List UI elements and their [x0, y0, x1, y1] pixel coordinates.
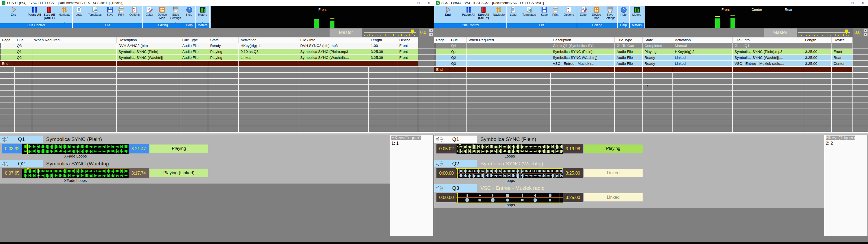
load-icon	[509, 6, 517, 13]
playhead-marker[interactable]	[457, 193, 458, 203]
toolbar-button-label: Navigate	[493, 13, 504, 17]
cue-row-q2[interactable]: Q2Symbolica SYNC (Wachtrij)Audio FilePla…	[0, 55, 434, 61]
level-meter-bar	[715, 19, 720, 28]
waveform-display[interactable]	[457, 193, 563, 203]
fader-tick	[817, 35, 817, 36]
playhead-marker[interactable]	[457, 169, 458, 178]
minimize-button[interactable]: —	[837, 0, 847, 6]
dropdown-arrow-icon[interactable]: ▼	[57, 21, 72, 23]
spinner-down-button[interactable]: ▼	[863, 33, 868, 36]
dropdown-arrow-icon[interactable]: ▼	[539, 21, 550, 23]
dropdown-arrow-icon[interactable]: ▼	[491, 21, 506, 23]
waveform-display[interactable]	[22, 144, 129, 154]
dropdown-arrow-icon[interactable]: ▼	[168, 21, 183, 23]
toolbar-button-save-settings[interactable]: Save Settings▼	[603, 6, 617, 23]
fader-thumb[interactable]	[411, 30, 414, 34]
toolbar-button-end[interactable]: End	[434, 6, 461, 23]
column-header-device: Device	[832, 37, 852, 43]
cue-row-q3[interactable]: Q3DVH SYNC2 (bib)Audio FileReadyHKey(tri…	[0, 43, 434, 49]
toolbar-button-options[interactable]: Options	[127, 6, 143, 23]
table-gutter	[852, 61, 868, 66]
toolbar-button-device-map[interactable]: Device Map	[590, 6, 603, 23]
toolbar-button-save[interactable]: Save▼	[539, 6, 550, 23]
close-button[interactable]: ×	[424, 0, 434, 6]
dropdown-arrow-icon[interactable]: ▼	[195, 21, 209, 23]
master-fader[interactable]	[362, 28, 419, 37]
titlebar[interactable]: S SCS 11 (x64) - "VSC TEST SCS" - [Docum…	[434, 0, 868, 6]
cue-badge[interactable]: Q1	[434, 135, 477, 143]
fader-tick	[812, 34, 812, 36]
spinner-up-button[interactable]: ▲	[429, 28, 433, 32]
toolbar-button-help[interactable]: ?Help▼	[183, 6, 195, 23]
cue-row-end[interactable]: End	[434, 67, 868, 73]
waveform-display[interactable]	[457, 144, 563, 154]
time-remaining: 3:17.74	[129, 169, 149, 178]
toolbar-button-save[interactable]: Save▼	[104, 6, 116, 23]
cue-row-end[interactable]: End	[0, 61, 434, 67]
empty-cue-row	[434, 96, 868, 102]
load-icon	[75, 6, 83, 13]
cue-row-q3[interactable]: Q3VSC - Entree - Muziek ra...Audio FileR…	[434, 61, 868, 67]
toolbar-button-editor[interactable]: Editor	[143, 6, 156, 23]
toolbar-button-navigate[interactable]: Navigate▼	[57, 6, 72, 23]
maximize-button[interactable]: □	[847, 0, 858, 6]
toolbar-button-templates[interactable]: Templates	[85, 6, 104, 23]
window-title: SCS 11 (x64) - "VSC TEST SCS" - [Documen…	[441, 1, 544, 5]
dropdown-arrow-icon[interactable]: ▼	[183, 21, 195, 23]
cue-badge[interactable]: Q2	[0, 160, 43, 167]
toolbar-button-pause-all[interactable]: Pause All	[27, 6, 41, 23]
close-button[interactable]: ×	[858, 0, 868, 6]
cue-row-q1[interactable]: Q1Symbolica SYNC (Plein)Audio FilePlayin…	[0, 49, 434, 55]
playhead-marker[interactable]	[28, 169, 28, 178]
spinner-up-button[interactable]: ▲	[863, 28, 868, 32]
toolbar-button-templates[interactable]: Templates	[520, 6, 539, 23]
maximize-button[interactable]: □	[413, 0, 424, 6]
table-gutter	[852, 102, 868, 108]
dropdown-arrow-icon[interactable]: ▼	[104, 21, 116, 23]
toolbar-button-print[interactable]: Print	[116, 6, 127, 23]
column-header-page: Page	[0, 37, 15, 43]
master-fader[interactable]	[797, 28, 853, 37]
toolbar-button-load[interactable]: Load	[73, 6, 85, 23]
dropdown-arrow-icon[interactable]: ▼	[603, 21, 617, 23]
toolbar-button-navigate[interactable]: Navigate▼	[491, 6, 506, 23]
toolbar-button-print[interactable]: Print	[550, 6, 561, 23]
toolbar-group-label: File	[507, 23, 577, 28]
toolbar-button-load[interactable]: Load	[507, 6, 520, 23]
toolbar-button-pause-all[interactable]: Pause All	[461, 6, 476, 23]
cue-row-q4[interactable]: Q4Go to Q1 (Symbolica SY...Go To CueComp…	[434, 43, 868, 49]
toolbar-button-meters[interactable]: Meters▼	[195, 6, 209, 23]
cue-row-q2[interactable]: Q2Symbolica SYNC (Wachtrij)Audio FileRea…	[434, 55, 868, 61]
titlebar[interactable]: S SCS 11 (x64) - "VSC TEST SCS" - [Docum…	[0, 0, 434, 6]
toolbar-button-save-settings[interactable]: Save Settings▼	[168, 6, 183, 23]
toolbar-button-device-map[interactable]: Device Map	[156, 6, 168, 23]
toolbar-button-help[interactable]: ?Help▼	[618, 6, 629, 23]
toolbar-button-label: Meters	[632, 13, 642, 17]
toolbar-button-options[interactable]: Options	[561, 6, 577, 23]
dropdown-arrow-icon[interactable]: ▼	[618, 21, 629, 23]
cue-badge[interactable]: Q3	[434, 184, 477, 192]
playhead-marker[interactable]	[27, 144, 28, 154]
playhead-marker[interactable]	[460, 144, 460, 154]
player-cue-title: Symbolica SYNC (Plein)	[46, 135, 102, 143]
waveform-display[interactable]	[22, 169, 129, 178]
column-header-activation: Activation	[673, 37, 733, 43]
cue-badge[interactable]: Q1	[0, 135, 43, 143]
fader-thumb[interactable]	[845, 30, 848, 34]
spinner-down-button[interactable]: ▼	[429, 33, 433, 36]
fader-tick	[401, 34, 402, 36]
toolbar-button-end[interactable]: End	[0, 6, 27, 23]
cue-badge[interactable]: Q2	[434, 160, 477, 167]
dropdown-arrow-icon[interactable]: ▼	[630, 21, 644, 23]
minimize-button[interactable]: —	[403, 0, 413, 6]
pause-icon	[465, 6, 472, 13]
toolbar-group-help: ?Help▼Help	[618, 6, 630, 28]
help-icon: ?	[620, 6, 627, 13]
table-gutter	[418, 49, 434, 55]
toolbar-button-meters[interactable]: Meters▼	[630, 6, 644, 23]
cue-row-q1[interactable]: Q1Symbolica SYNC (Plein)Audio FilePlayin…	[434, 49, 868, 55]
toolbar-button-stop-all-ctrl-y[interactable]: Stop All (Ctrl+Y)	[476, 6, 491, 23]
toolbar-button-editor[interactable]: Editor	[577, 6, 590, 23]
toolbar-button-stop-all-ctrl-y[interactable]: Stop All (Ctrl+Y)	[41, 6, 57, 23]
waveform-display[interactable]	[457, 169, 563, 178]
